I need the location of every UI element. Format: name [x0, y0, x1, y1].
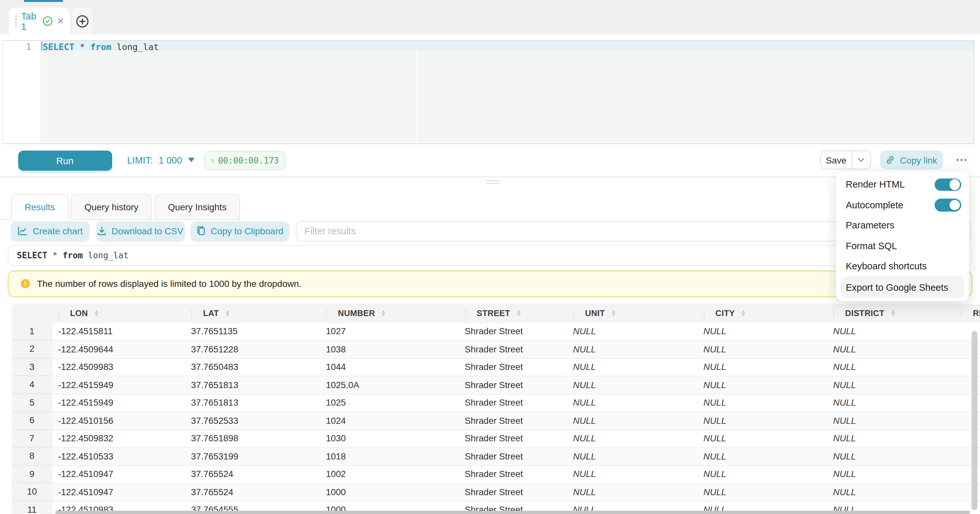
horizontal-scrollbar[interactable]	[55, 511, 970, 514]
tab-drag-handle-icon[interactable]	[15, 16, 16, 27]
copy-clipboard-label: Copy to Clipboard	[210, 225, 283, 236]
table-cell: -122.4510156	[52, 412, 186, 429]
table-cell: -122.4510533	[52, 448, 186, 465]
column-header-district[interactable]: DISTRICT	[827, 303, 955, 323]
column-header-lat[interactable]: LAT	[186, 303, 320, 323]
active-line-highlight	[40, 41, 973, 51]
row-number: 10	[11, 484, 52, 501]
table-cell: 37.7653199	[186, 448, 320, 465]
row-number: 2	[11, 341, 52, 358]
pane-resize-handle[interactable]	[486, 180, 500, 184]
table-cell: NULL	[827, 394, 955, 412]
table-cell: 1025.0A	[320, 377, 459, 394]
column-header-street[interactable]: STREET	[459, 303, 568, 323]
menu-item-format-sql[interactable]: Format SQL	[836, 236, 969, 256]
sql-editor[interactable]: 1 SELECT * from long_lat	[3, 40, 974, 144]
table-cell: NULL	[698, 448, 827, 465]
copy-clipboard-button[interactable]: Copy to Clipboard	[191, 221, 289, 241]
timer-value: 00:00:00.173	[218, 155, 279, 165]
menu-item-render-html[interactable]: Render HTML	[836, 174, 969, 195]
line-number: 1	[3, 42, 31, 52]
create-chart-button[interactable]: Create chart	[11, 221, 89, 241]
warning-icon: !	[21, 279, 30, 289]
table-row[interactable]: 7-122.450983237.76518981030Shrader Stree…	[11, 430, 980, 448]
table-row[interactable]: 6-122.451015637.76525331024Shrader Stree…	[11, 412, 980, 430]
menu-item-parameters[interactable]: Parameters	[836, 215, 969, 236]
table-cell: NULL	[827, 323, 955, 340]
new-tab-button[interactable]	[72, 8, 92, 34]
row-number: 3	[11, 359, 52, 376]
table-cell: NULL	[698, 484, 827, 501]
sort-icon[interactable]	[94, 310, 98, 316]
table-cell: Shrader Street	[459, 359, 568, 376]
save-button[interactable]: Save	[821, 150, 851, 169]
tab-query-history[interactable]: Query history	[71, 194, 152, 220]
copy-link-button[interactable]: Copy link	[880, 150, 943, 169]
chevron-down-icon	[858, 158, 865, 162]
column-header-lon[interactable]: LON	[52, 303, 186, 323]
table-cell: Shrader Street	[459, 448, 568, 465]
download-csv-button[interactable]: Download to CSV	[95, 221, 185, 241]
run-button[interactable]: Run	[18, 150, 112, 171]
limit-value: 1 000	[159, 155, 182, 165]
row-limit-warning-banner: ! The number of rows displayed is limite…	[8, 271, 972, 297]
table-row[interactable]: 5-122.451594937.76518131025Shrader Stree…	[11, 394, 980, 412]
table-row[interactable]: 8-122.451053337.76531991018Shrader Stree…	[11, 448, 980, 466]
sql-table-name: long_lat	[88, 251, 129, 260]
render-html-toggle[interactable]	[934, 178, 961, 191]
table-cell: Shrader Street	[459, 394, 568, 412]
sql-code-line[interactable]: SELECT * from long_lat	[43, 42, 159, 52]
table-cell: 1025	[320, 394, 459, 412]
table-row[interactable]: 10-122.451094737.7655241000Shrader Stree…	[11, 484, 980, 501]
sql-keyword: from	[90, 42, 111, 52]
table-row[interactable]: 9-122.451094737.7655241002Shrader Street…	[11, 466, 980, 484]
menu-item-keyboard-shortcuts[interactable]: Keyboard shortcuts	[836, 256, 969, 276]
table-row[interactable]: 2-122.450964437.76512281038Shrader Stree…	[11, 341, 980, 359]
sort-icon[interactable]	[517, 310, 520, 316]
sort-icon[interactable]	[225, 310, 229, 316]
sort-icon[interactable]	[891, 310, 895, 316]
table-cell: 37.7651228	[186, 341, 320, 358]
editor-tab-1[interactable]: Tab 1 ✕	[9, 8, 70, 34]
menu-item-export-google-sheets[interactable]: Export to Google Sheets	[840, 276, 964, 298]
save-options-button[interactable]	[851, 150, 871, 169]
row-number: 1	[11, 323, 52, 340]
table-row[interactable]: 3-122.450998337.76504831044Shrader Stree…	[11, 359, 980, 377]
tab-row-baseline	[0, 219, 11, 220]
table-cell: -122.4515949	[52, 377, 186, 394]
create-chart-label: Create chart	[33, 225, 83, 236]
column-header-number[interactable]: NUMBER	[320, 303, 459, 323]
table-cell: Shrader Street	[459, 430, 568, 447]
table-cell: NULL	[568, 394, 698, 412]
table-cell: Shrader Street	[459, 412, 568, 429]
table-cell: NULL	[568, 466, 698, 483]
table-row[interactable]: 4-122.451594937.76518131025.0AShrader St…	[11, 377, 980, 394]
tab-results[interactable]: Results	[11, 194, 68, 220]
table-cell: NULL	[568, 359, 698, 376]
save-split-button: Save	[821, 150, 871, 169]
run-toolbar: Run LIMIT: 1 000 00:00:00.173 Save Copy …	[0, 144, 980, 177]
close-tab-icon[interactable]: ✕	[57, 16, 64, 26]
query-duration-badge: 00:00:00.173	[204, 151, 285, 170]
sql-keyword: SELECT	[17, 251, 47, 260]
sort-icon[interactable]	[382, 310, 386, 316]
sql-client-window: Tab 1 ✕ 1 SELECT * from long_lat Run LIM…	[0, 0, 980, 514]
tab-query-insights[interactable]: Query Insights	[154, 194, 240, 220]
clock-icon	[211, 155, 214, 165]
table-cell: NULL	[698, 430, 827, 447]
vertical-scrollbar[interactable]	[971, 331, 977, 510]
limit-dropdown[interactable]: LIMIT: 1 000	[127, 155, 194, 165]
sort-icon[interactable]	[611, 310, 615, 316]
more-options-button[interactable]	[953, 153, 969, 166]
row-number: 6	[11, 412, 52, 429]
table-cell: NULL	[827, 466, 955, 483]
copy-icon	[196, 226, 205, 236]
table-cell: NULL	[568, 448, 698, 465]
column-header-unit[interactable]: UNIT	[568, 303, 698, 323]
autocomplete-toggle[interactable]	[934, 199, 961, 211]
table-row[interactable]: 1-122.451581137.76511351027Shrader Stree…	[11, 323, 980, 341]
menu-item-autocomplete[interactable]: Autocomplete	[836, 195, 969, 215]
sort-icon[interactable]	[741, 310, 745, 316]
column-header-city[interactable]: CITY	[698, 303, 827, 323]
column-header-re[interactable]: RE	[955, 303, 980, 323]
